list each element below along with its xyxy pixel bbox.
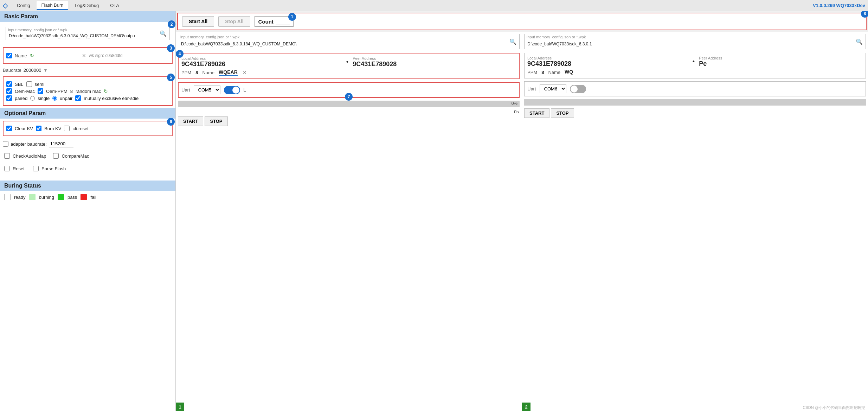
baudrate-value: 2000000 (24, 68, 41, 73)
sidebar-file-row: input memory_config.json or *.wpk D:\cod… (6, 27, 170, 40)
dev1-search-icon[interactable]: 🔍 (509, 38, 516, 45)
sbl-checkbox[interactable] (6, 81, 12, 87)
dev2-addr-dot: • (693, 58, 695, 65)
sign-text: wk sign: c0a8ddfd (89, 53, 123, 58)
dev2-progress-row (524, 99, 866, 106)
dev1-ppm-row: PPM 8 Name WQEAR ✕ (181, 69, 516, 76)
single-radio[interactable] (30, 96, 35, 101)
badge-3: 3 (167, 44, 175, 52)
dev1-number: 1 (176, 403, 184, 411)
dev2-stop-button[interactable]: STOP (551, 108, 574, 118)
tab-flash-burn[interactable]: Flash Burn (37, 1, 69, 10)
random-mac-refresh-icon[interactable]: ↻ (104, 88, 108, 94)
dev2-ppm-value: 8 (541, 70, 544, 75)
app-version: V1.0.0.269 WQ7033xDev (813, 3, 865, 8)
check-audio-checkbox[interactable] (4, 153, 10, 159)
dev1-time-value: 0s (514, 109, 519, 114)
burn-kv-checkbox[interactable] (36, 126, 41, 131)
oem-mac-checkbox[interactable] (6, 88, 12, 94)
badge-5: 5 (167, 74, 175, 81)
unpair-radio[interactable] (52, 96, 57, 101)
unpair-label: unpair (60, 96, 72, 101)
erase-flash-checkbox[interactable] (33, 166, 39, 171)
pass-indicator (58, 194, 64, 200)
dev1-btn-row: START STOP (176, 115, 522, 127)
reset-checkbox[interactable] (4, 166, 10, 171)
oem-ppm-label: Oem-PPM (46, 89, 67, 94)
dev2-peer-addr-value: Pe (699, 60, 863, 68)
dev2-name-value: WQ (565, 69, 573, 75)
name-input[interactable]: WQEAR (37, 52, 79, 59)
semi-checkbox[interactable] (26, 81, 32, 87)
search-icon[interactable]: 🔍 (160, 30, 167, 37)
sbl-row: SBL semi (6, 81, 169, 87)
count-input[interactable]: 2 (276, 18, 290, 25)
dev2-start-button[interactable]: START (524, 108, 549, 118)
dev2-btn-row: START STOP (522, 107, 868, 119)
addr-dot: • (346, 58, 348, 66)
cli-reset-checkbox[interactable] (64, 126, 70, 131)
baudrate-row: Baudrate 2000000 ▼ (0, 66, 175, 74)
clear-kv-label: Clear KV (15, 126, 33, 131)
optional-param-header: Optional Param (0, 108, 175, 119)
dev2-name-label: Name (548, 70, 560, 75)
reset-row: Reset Earse Flash (0, 164, 175, 173)
paired-checkbox[interactable] (6, 95, 12, 101)
dev1-ppm-label: PPM (181, 70, 191, 75)
dev1-com-select[interactable]: COM5 (194, 86, 220, 94)
dev1-time-row: 0s (176, 108, 522, 115)
refresh-icon[interactable]: ↻ (30, 53, 34, 58)
dev2-com-select[interactable]: COM6 (540, 84, 566, 93)
dev1-toggle[interactable] (224, 86, 240, 94)
clear-kv-checkbox[interactable] (6, 126, 12, 131)
burning-indicator (29, 194, 36, 200)
device-panel-1: input memory_config.json or *.wpk D:\cod… (176, 32, 522, 411)
app-logo: ◇ (3, 2, 8, 10)
dev1-name-label: Name (202, 70, 214, 75)
tab-config[interactable]: Config (12, 1, 35, 10)
burn-kv-label: Burn KV (44, 126, 61, 131)
start-all-button[interactable]: Start All (182, 16, 214, 27)
tab-log-debug[interactable]: Log&Debug (70, 1, 104, 10)
audio-mac-row: CheckAudioMap CompareMac (0, 151, 175, 161)
erase-flash-label: Earse Flash (41, 166, 66, 171)
baudrate-arrow[interactable]: ▼ (43, 68, 47, 73)
dev2-ppm-row: PPM 8 Name WQ (527, 69, 863, 75)
random-mac-label: random mac (76, 89, 101, 94)
optional-row: Clear KV Burn KV cli-reset (6, 126, 169, 131)
dev1-start-button[interactable]: START (178, 116, 203, 126)
paired-row: paired single unpair mutually exclusive … (6, 95, 169, 101)
dev2-local-addr-value: 9C431E789028 (527, 60, 691, 68)
dev1-progress-row: 0% (178, 101, 520, 107)
dev1-ppm-value: 8 (195, 70, 198, 75)
sbl-label: SBL (15, 82, 24, 87)
pass-label: pass (67, 195, 77, 200)
compare-mac-checkbox[interactable] (53, 153, 59, 159)
tab-ota[interactable]: OTA (105, 1, 124, 10)
paired-label: paired (15, 96, 27, 101)
ready-label: ready (14, 195, 26, 200)
oem-ppm-checkbox[interactable] (38, 88, 43, 94)
oem-mac-label: Oem-Mac (15, 89, 35, 94)
dev2-file-row: input memory_config.json or *.wpk D:\cod… (524, 34, 866, 49)
sidebar-file-label: input memory_config.json or *.wpk (8, 28, 67, 32)
adapter-value-input[interactable] (49, 140, 73, 147)
buring-status-header: Buring Status (0, 181, 175, 191)
device-panel-2: input memory_config.json or *.wpk D:\cod… (522, 32, 868, 411)
badge-count: 1 (288, 13, 296, 21)
stop-all-button[interactable]: Stop All (218, 16, 250, 27)
mutually-checkbox[interactable] (75, 95, 81, 101)
top-nav: ◇ Config Flash Burn Log&Debug OTA V1.0.0… (0, 0, 868, 11)
adapter-checkbox[interactable] (3, 141, 8, 147)
status-legend: ready burning pass fail (0, 191, 175, 203)
baudrate-label: Baudrate (3, 68, 21, 73)
dev2-toggle[interactable] (570, 85, 586, 93)
name-checkbox[interactable] (6, 53, 12, 58)
check-audio-label: CheckAudioMap (13, 153, 46, 159)
dev2-search-icon[interactable]: 🔍 (856, 38, 863, 45)
dev1-name-clear-icon[interactable]: ✕ (243, 70, 247, 75)
dev1-name-value: WQEAR (219, 69, 238, 76)
clear-icon[interactable]: ✕ (82, 53, 86, 58)
dev1-stop-button[interactable]: STOP (205, 116, 227, 126)
dev2-local-addr-label: Local Address (527, 56, 691, 60)
